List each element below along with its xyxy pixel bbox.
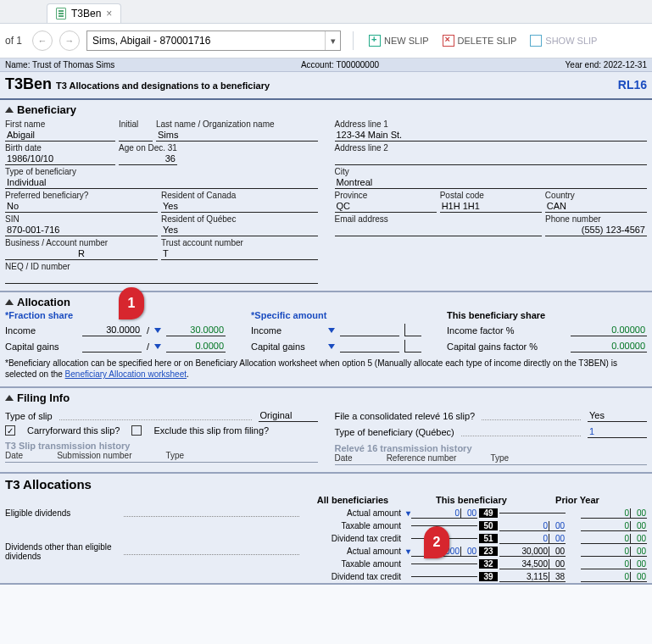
firstname-field[interactable]: Abigail — [5, 129, 115, 142]
carryfwd-checkbox[interactable]: ✓ — [5, 425, 15, 436]
specific-label: *Specific amount — [251, 310, 421, 320]
dropdown-icon[interactable] — [154, 328, 161, 333]
section-filing: Filing Info Type of slipOriginal ✓Carryf… — [0, 388, 652, 474]
income-num-field[interactable] — [82, 324, 142, 336]
this-cents[interactable]: 00 — [549, 559, 566, 569]
section-title-allocation[interactable]: Allocation — [5, 296, 647, 308]
bus-field[interactable]: R — [5, 247, 158, 260]
document-icon — [56, 8, 66, 19]
prior-value: 0 — [581, 534, 630, 544]
sin-field[interactable]: 870-001-716 — [5, 224, 158, 236]
neq-field[interactable] — [5, 271, 318, 284]
this-value[interactable] — [499, 513, 549, 514]
addr2-field[interactable] — [335, 153, 648, 165]
phone-field[interactable]: (555) 123-4567 — [545, 224, 647, 236]
dropdown-icon[interactable] — [328, 344, 335, 349]
section-title-beneficiary[interactable]: Beneficiary — [5, 103, 647, 116]
typeqc-field[interactable]: 1 — [588, 425, 647, 438]
prior-cents: 00 — [630, 547, 647, 557]
typeslip-field[interactable]: Original — [259, 409, 318, 422]
pref-field[interactable]: No — [5, 200, 158, 213]
row-sublabel: Dividend tax credit — [303, 572, 404, 581]
type-label: Type of beneficiary — [5, 167, 318, 176]
dropdown-icon[interactable]: ▾ — [404, 547, 411, 556]
row-sublabel: Actual amount — [303, 547, 404, 556]
section-title-filing[interactable]: Filing Info — [5, 391, 647, 404]
capfactor-field[interactable] — [571, 340, 647, 353]
this-value[interactable]: 30,000 — [499, 547, 549, 557]
prior-value: 0 — [581, 508, 630, 519]
this-cents[interactable]: 00 — [549, 534, 566, 544]
tab-t3ben[interactable]: T3Ben × — [47, 3, 121, 23]
dropdown-icon[interactable]: ▾ — [404, 508, 411, 518]
incfactor-field[interactable] — [571, 324, 647, 336]
beneficiary-combo-input[interactable] — [87, 31, 325, 50]
phone-label: Phone number — [545, 214, 647, 224]
new-slip-button[interactable]: NEW SLIP — [365, 33, 432, 48]
birth-label: Birth date — [5, 143, 115, 153]
spec-cap-field[interactable] — [340, 340, 399, 353]
this-value[interactable]: 0 — [499, 521, 549, 531]
birth-field[interactable]: 1986/10/10 — [5, 153, 115, 165]
form-rl16[interactable]: RL16 — [618, 78, 647, 92]
all-value[interactable]: 0 — [411, 508, 460, 519]
file16-field[interactable]: Yes — [588, 409, 647, 422]
close-icon[interactable]: × — [106, 8, 112, 19]
this-cents[interactable] — [549, 513, 566, 514]
this-cents[interactable]: 38 — [549, 572, 566, 582]
addr1-field[interactable]: 123-34 Main St. — [335, 129, 648, 142]
meta-bar: Name: Trust of Thomas Sims Account: T000… — [0, 58, 652, 72]
allocation-link[interactable]: Beneficiary Allocation worksheet — [65, 369, 187, 379]
country-field[interactable]: CAN — [545, 200, 647, 213]
capgains-den-field[interactable] — [166, 340, 226, 353]
rescan-field[interactable]: Yes — [161, 200, 318, 213]
income-den-field[interactable] — [166, 324, 226, 336]
all-value[interactable] — [411, 564, 460, 564]
all-value[interactable] — [411, 576, 460, 577]
initial-field[interactable] — [119, 129, 153, 142]
prov-field[interactable]: QC — [335, 200, 437, 213]
spec-income-field[interactable] — [340, 324, 399, 336]
capfactor-label: Capital gains factor % — [447, 341, 566, 352]
allocation-note: *Beneficiary allocation can be specified… — [5, 358, 647, 380]
exclude-checkbox[interactable] — [131, 425, 142, 436]
file16-label: File a consolidated relevé 16 slip? — [335, 411, 476, 421]
prior-cents: 00 — [630, 559, 647, 569]
lastname-field[interactable]: Sims — [156, 129, 318, 142]
postal-field[interactable]: H1H 1H1 — [440, 200, 542, 213]
this-value[interactable]: 0 — [499, 534, 549, 544]
firstname-label: First name — [5, 119, 115, 129]
all-cents[interactable] — [460, 538, 477, 539]
city-field[interactable]: Montreal — [335, 176, 648, 189]
form-header: T3Ben T3 Allocations and designations to… — [0, 72, 652, 100]
all-cents[interactable]: 00 — [460, 547, 477, 557]
tab-bar: T3Ben × — [0, 0, 652, 24]
all-cents[interactable] — [460, 576, 477, 577]
all-cents[interactable]: 00 — [460, 508, 477, 519]
all-cents[interactable] — [460, 525, 477, 526]
sin-label: SIN — [5, 214, 158, 224]
this-value[interactable]: 34,500 — [499, 559, 549, 569]
new-slip-label: NEW SLIP — [384, 36, 429, 46]
dropdown-icon[interactable] — [328, 328, 335, 333]
capgains-num-field[interactable] — [82, 340, 142, 353]
this-cents[interactable]: 00 — [549, 547, 566, 557]
this-value[interactable]: 3,115 — [499, 572, 549, 582]
resqc-field[interactable]: Yes — [161, 224, 318, 236]
trust-field[interactable]: T — [161, 247, 318, 260]
nav-forward-button[interactable]: → — [59, 31, 80, 51]
dropdown-icon[interactable] — [154, 344, 161, 349]
type-field[interactable]: Individual — [5, 176, 318, 189]
all-cents[interactable] — [460, 564, 477, 564]
thisben-label: This beneficiary share — [447, 310, 647, 320]
chevron-down-icon[interactable]: ▾ — [325, 31, 340, 50]
show-slip-button[interactable]: SHOW SLIP — [527, 33, 600, 48]
prior-cents: 00 — [630, 534, 647, 544]
email-field[interactable] — [335, 224, 543, 236]
beneficiary-combo[interactable]: ▾ — [86, 31, 341, 51]
this-cents[interactable]: 00 — [549, 521, 566, 531]
delete-slip-button[interactable]: DELETE SLIP — [439, 33, 521, 48]
callout-2: 2 — [424, 526, 449, 558]
nav-back-button[interactable]: ← — [32, 31, 53, 51]
carryfwd-label: Carryforward this slip? — [27, 425, 120, 436]
